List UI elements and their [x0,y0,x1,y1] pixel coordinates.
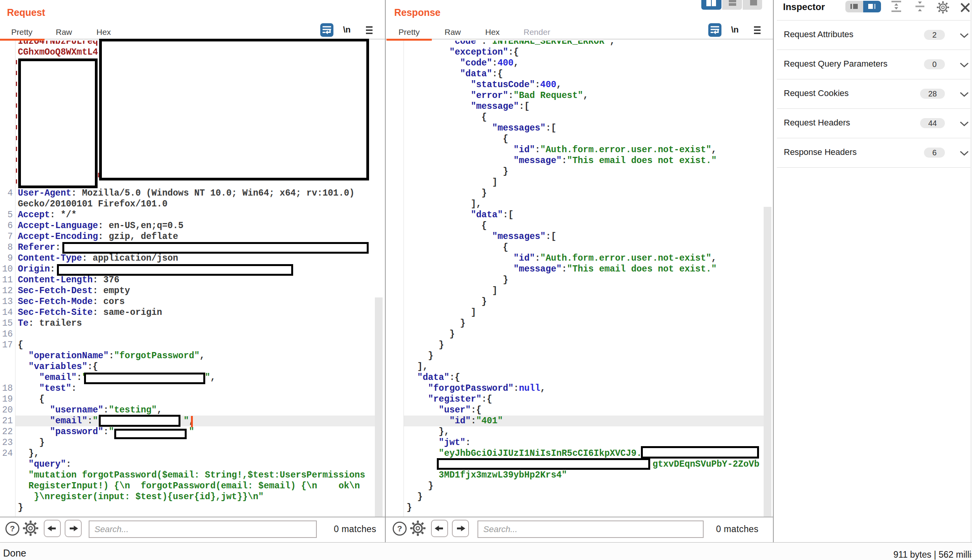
svg-text:?: ? [10,524,15,533]
svg-text:?: ? [397,524,402,533]
